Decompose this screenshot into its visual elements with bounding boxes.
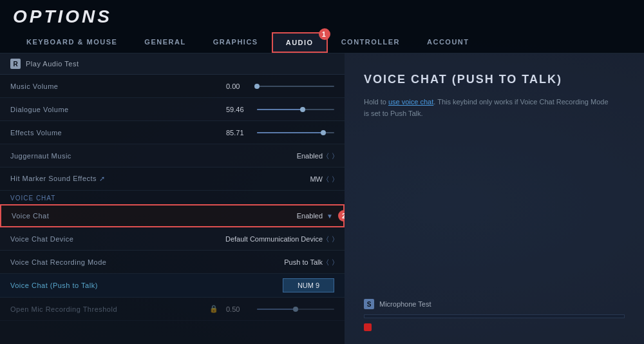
right-panel: VOICE CHAT (PUSH TO TALK) Hold to use vo… <box>345 53 644 344</box>
recording-prev-btn[interactable]: 〈 <box>327 258 328 266</box>
mic-record-button[interactable] <box>364 323 372 331</box>
voice-chat-value: Enabled <box>297 212 323 220</box>
push-to-talk-keybind[interactable]: NUM 9 <box>283 278 334 292</box>
nav-tabs: KEYBOARD & MOUSE GENERAL GRAPHICS AUDIO … <box>13 32 631 53</box>
voice-chat-device-dropdown[interactable]: Default Communication Device 〈 〉 <box>225 235 334 243</box>
mic-test-bar <box>364 314 625 318</box>
setting-row-juggernaut: Juggernaut Music Enabled 〈 〉 <box>0 144 345 167</box>
effects-volume-slider[interactable]: 85.71 <box>173 129 335 137</box>
mic-test-row: S Microphone Test <box>364 299 625 309</box>
settings-list[interactable]: Music Volume 0.00 Dialogue Volume 59.46 <box>0 75 345 344</box>
page-title: OPTIONS <box>13 6 631 27</box>
setting-row-voice-chat-device: Voice Chat Device Default Communication … <box>0 227 345 251</box>
music-volume-thumb[interactable] <box>254 84 260 89</box>
tab-account[interactable]: ACCOUNT <box>413 32 483 53</box>
recording-mode-value: Push to Talk <box>284 258 323 266</box>
setting-row-dialogue-volume: Dialogue Volume 59.46 <box>0 98 345 121</box>
music-volume-slider[interactable]: 0.00 <box>173 82 335 90</box>
play-audio-row[interactable]: R Play Audio Test <box>0 53 345 75</box>
effects-volume-label: Effects Volume <box>10 129 173 137</box>
recording-next-btn[interactable]: 〉 <box>332 258 334 266</box>
external-link-icon: ➚ <box>99 175 106 182</box>
music-volume-label: Music Volume <box>10 82 173 90</box>
recording-mode-label: Voice Chat Recording Mode <box>10 258 284 266</box>
music-volume-value: 0.00 <box>226 82 252 90</box>
hit-marker-label: Hit Marker Sound Effects ➚ <box>10 175 310 183</box>
main-content: R Play Audio Test Music Volume 0.00 <box>0 53 644 344</box>
recording-mode-dropdown[interactable]: Push to Talk 〈 〉 <box>284 258 334 266</box>
tab-controller[interactable]: CONTROLLER <box>328 32 413 53</box>
open-mic-label: Open Mic Recording Threshold <box>10 305 173 313</box>
tab-keyboard[interactable]: KEYBOARD & MOUSE <box>13 32 131 53</box>
voice-chat-arrow[interactable]: ▼ <box>327 213 333 220</box>
hit-marker-value: MW <box>310 175 323 183</box>
hit-marker-prev-btn[interactable]: 〈 <box>327 175 328 183</box>
play-audio-label: Play Audio Test <box>26 60 79 68</box>
voice-chat-dropdown[interactable]: Enabled ▼ <box>297 212 333 220</box>
right-panel-spacer <box>364 129 625 289</box>
tab-audio[interactable]: AUDIO 1 <box>272 32 328 53</box>
open-mic-thumb <box>293 307 298 312</box>
voice-chat-section-header: Voice Chat <box>0 191 345 204</box>
open-mic-slider: 🔒 0.50 <box>173 305 335 313</box>
setting-row-hit-marker: Hit Marker Sound Effects ➚ MW 〈 〉 <box>0 167 345 191</box>
r-badge: R <box>10 59 21 69</box>
effects-volume-value: 85.71 <box>226 129 252 137</box>
left-panel: R Play Audio Test Music Volume 0.00 <box>0 53 345 344</box>
dialogue-volume-fill <box>257 109 303 110</box>
voice-chat-device-value: Default Communication Device <box>225 235 323 243</box>
voice-chat-title: VOICE CHAT (PUSH TO TALK) <box>364 73 625 86</box>
voice-chat-link[interactable]: use voice chat <box>388 98 433 106</box>
open-mic-value: 0.50 <box>226 305 252 313</box>
music-volume-track[interactable] <box>257 86 334 87</box>
dialogue-volume-thumb[interactable] <box>300 107 305 112</box>
juggernaut-label: Juggernaut Music <box>10 152 297 160</box>
dialogue-volume-value: 59.46 <box>226 106 252 113</box>
tab-graphics[interactable]: GRAPHICS <box>200 32 272 53</box>
voice-chat-label: Voice Chat <box>12 212 297 220</box>
header: OPTIONS KEYBOARD & MOUSE GENERAL GRAPHIC… <box>0 0 644 53</box>
setting-row-push-to-talk: Voice Chat (Push to Talk) NUM 9 <box>0 274 345 298</box>
lock-icon: 🔒 <box>209 305 218 313</box>
juggernaut-value: Enabled <box>297 152 323 160</box>
voice-chat-device-label: Voice Chat Device <box>10 235 225 243</box>
setting-row-music-volume: Music Volume 0.00 <box>0 75 345 98</box>
s-badge: S <box>364 299 374 309</box>
device-next-btn[interactable]: 〉 <box>332 235 334 243</box>
mic-controls <box>364 323 625 331</box>
juggernaut-prev-btn[interactable]: 〈 <box>327 152 328 160</box>
voice-chat-badge: 2 <box>338 210 345 222</box>
setting-row-recording-mode: Voice Chat Recording Mode Push to Talk 〈… <box>0 251 345 274</box>
setting-row-voice-chat: Voice Chat Enabled ▼ 2 <box>0 204 345 227</box>
voice-chat-description: Hold to use voice chat. This keybind onl… <box>364 97 609 119</box>
setting-row-open-mic: Open Mic Recording Threshold 🔒 0.50 <box>0 298 345 321</box>
juggernaut-dropdown[interactable]: Enabled 〈 〉 <box>297 152 334 160</box>
dialogue-volume-label: Dialogue Volume <box>10 106 173 113</box>
effects-volume-fill <box>257 132 323 133</box>
setting-row-effects-volume: Effects Volume 85.71 <box>0 121 345 144</box>
push-to-talk-label: Voice Chat (Push to Talk) <box>10 282 283 289</box>
device-prev-btn[interactable]: 〈 <box>327 235 328 243</box>
dialogue-volume-track[interactable] <box>257 109 334 110</box>
effects-volume-track[interactable] <box>257 132 334 133</box>
juggernaut-next-btn[interactable]: 〉 <box>332 152 334 160</box>
dialogue-volume-slider[interactable]: 59.46 <box>173 106 335 113</box>
effects-volume-thumb[interactable] <box>321 130 326 135</box>
mic-test-label: Microphone Test <box>379 300 431 308</box>
hit-marker-dropdown[interactable]: MW 〈 〉 <box>310 175 334 183</box>
app-container: OPTIONS KEYBOARD & MOUSE GENERAL GRAPHIC… <box>0 0 644 344</box>
open-mic-track <box>257 309 334 310</box>
tab-general[interactable]: GENERAL <box>131 32 199 53</box>
open-mic-fill <box>257 309 296 310</box>
mic-test-section: S Microphone Test <box>364 299 625 331</box>
hit-marker-next-btn[interactable]: 〉 <box>332 175 334 183</box>
